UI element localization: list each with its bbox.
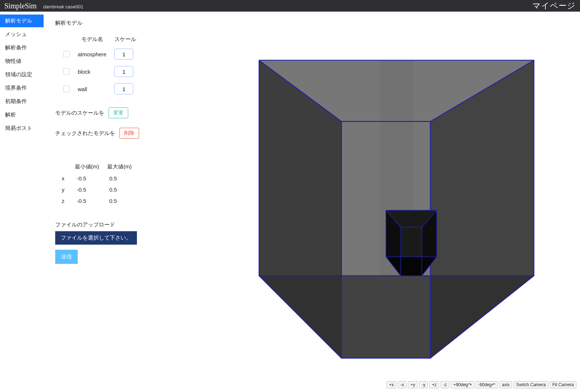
model-checkbox[interactable]	[63, 51, 70, 57]
case-name: dambreak case001	[43, 4, 84, 9]
camera-button[interactable]: axis	[499, 381, 512, 388]
sidebar-item-1[interactable]: メッシュ	[0, 28, 44, 41]
sidebar-item-0[interactable]: 解析モデル	[0, 15, 44, 27]
bounds-header-min: 最小値(m)	[71, 161, 103, 172]
model-scale-input[interactable]	[114, 66, 133, 77]
sidebar-item-2[interactable]: 解析条件	[0, 41, 44, 54]
sidebar-item-6[interactable]: 初期条件	[0, 95, 44, 108]
choose-file-button[interactable]: ファイルを選択して下さい。	[55, 231, 137, 245]
bounds-max: 0.5	[104, 173, 135, 184]
sidebar: 解析モデルメッシュ解析条件物性値領域の設定境界条件初期条件解析簡易ポスト	[0, 12, 44, 392]
camera-toolbar: +x-x+y-y+z-z+90deg↷-90deg↶axisSwitch Cam…	[386, 381, 576, 388]
bounds-axis: y	[56, 184, 70, 195]
sidebar-item-5[interactable]: 境界条件	[0, 82, 44, 94]
model-name: atmosphere	[74, 46, 110, 62]
camera-button[interactable]: -z	[441, 381, 449, 388]
bounds-min: -0.5	[71, 184, 103, 195]
model-name: block	[74, 63, 110, 80]
bounds-header-max: 最大値(m)	[104, 161, 135, 172]
submit-button[interactable]: 送信	[55, 250, 78, 264]
model-scale-input[interactable]	[114, 83, 133, 94]
brand: SimpleSim	[4, 2, 37, 10]
model-row: atmosphere	[60, 46, 140, 62]
delete-action-label: チェックされたモデルを	[55, 130, 115, 137]
model-scale-input[interactable]	[114, 49, 133, 60]
camera-button[interactable]: +90deg↷	[451, 381, 474, 388]
camera-button[interactable]: +y	[408, 381, 418, 388]
model-checkbox[interactable]	[63, 86, 70, 92]
bounds-axis: z	[56, 196, 70, 206]
model-checkbox[interactable]	[63, 68, 70, 75]
delete-model-button[interactable]: 削除	[119, 128, 139, 139]
scale-action-label: モデルのスケールを	[55, 110, 104, 117]
bounds-axis: x	[56, 173, 70, 184]
model-row: wall	[60, 81, 140, 97]
bounds-row: z-0.50.5	[56, 196, 135, 206]
camera-button[interactable]: Fit Camera	[550, 381, 576, 388]
mypage-link[interactable]: マイページ	[532, 0, 576, 11]
bounds-min: -0.5	[71, 196, 103, 206]
bounds-min: -0.5	[71, 173, 103, 184]
upload-label: ファイルのアップロード	[55, 221, 165, 228]
model-row: block	[60, 63, 140, 80]
camera-button[interactable]: -90deg↶	[476, 381, 498, 388]
bounds-row: y-0.50.5	[56, 184, 135, 195]
bounds-max: 0.5	[104, 196, 135, 206]
camera-button[interactable]: -y	[419, 381, 428, 388]
camera-button[interactable]: -x	[398, 381, 406, 388]
camera-button[interactable]: +x	[386, 381, 396, 388]
settings-panel: 解析モデル モデル名 スケール atmosphereblockwall モデルの…	[44, 12, 171, 392]
bounds-row: x-0.50.5	[56, 173, 135, 184]
model-header-scale: スケール	[111, 34, 140, 45]
bounds-max: 0.5	[104, 184, 135, 195]
topbar: SimpleSim dambreak case001 マイページ	[0, 0, 580, 12]
camera-button[interactable]: Switch Camera	[514, 381, 548, 388]
change-scale-button[interactable]: 変更	[109, 107, 128, 118]
camera-button[interactable]: +z	[429, 381, 439, 388]
viewport-3d[interactable]: +x-x+y-y+z-z+90deg↷-90deg↶axisSwitch Cam…	[171, 12, 580, 392]
panel-title: 解析モデル	[55, 20, 165, 26]
sidebar-item-8[interactable]: 簡易ポスト	[0, 122, 44, 135]
model-name: wall	[74, 81, 110, 97]
sidebar-item-7[interactable]: 解析	[0, 109, 44, 121]
model-header-name: モデル名	[74, 34, 110, 45]
sidebar-item-4[interactable]: 領域の設定	[0, 68, 44, 81]
sidebar-item-3[interactable]: 物性値	[0, 55, 44, 68]
